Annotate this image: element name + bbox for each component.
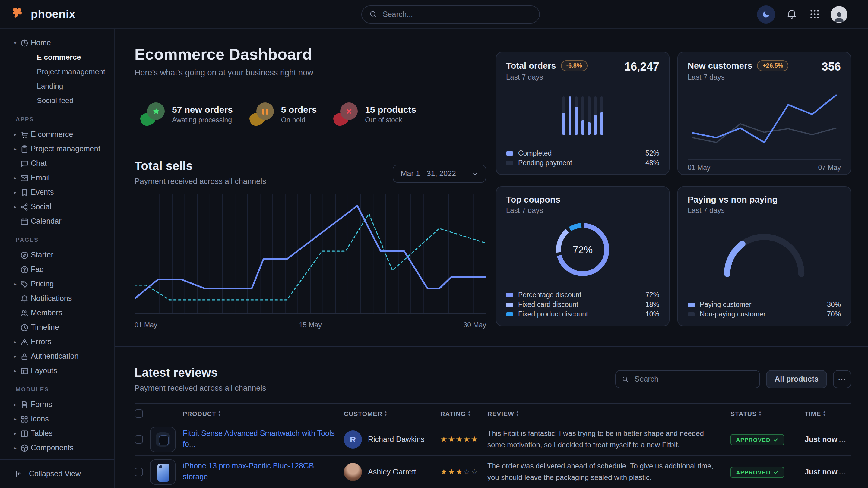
sidebar-item-home[interactable]: ▾Home bbox=[0, 36, 114, 50]
brand-name: phoenix bbox=[31, 7, 76, 21]
stat-icon-pause bbox=[250, 102, 274, 125]
sidebar-item-faq[interactable]: Faq bbox=[0, 262, 114, 277]
sidebar-item-components[interactable]: ▸Components bbox=[0, 441, 114, 455]
orders-bars bbox=[562, 96, 603, 135]
orders-legend: Completed52%Pending payment48% bbox=[506, 150, 659, 166]
sidebar-item-authentication[interactable]: ▸Authentication bbox=[0, 349, 114, 363]
sidebar-item-chat[interactable]: Chat bbox=[0, 156, 114, 171]
column-header-time[interactable]: TIME▴▾ bbox=[805, 410, 839, 417]
date-range-select[interactable]: Mar 1 - 31, 2022 bbox=[393, 165, 486, 183]
person-icon bbox=[832, 9, 846, 23]
sidebar-nav: ▾HomeE commerceProject managementLanding… bbox=[0, 29, 114, 459]
legend-value: 70% bbox=[827, 311, 841, 318]
sidebar-subitem-social-feed[interactable]: Social feed bbox=[0, 93, 114, 108]
global-search[interactable] bbox=[361, 5, 539, 23]
sidebar-item-label: E commerce bbox=[31, 130, 73, 139]
legend-value: 52% bbox=[645, 150, 659, 157]
order-bar bbox=[594, 96, 597, 135]
order-bar bbox=[575, 96, 578, 135]
select-all-checkbox[interactable] bbox=[134, 409, 143, 418]
stat-value: 15 products bbox=[365, 104, 416, 115]
caret-icon: ▸ bbox=[14, 175, 20, 181]
status-badge: APPROVED bbox=[731, 466, 784, 478]
row-checkbox[interactable] bbox=[134, 467, 143, 476]
bar-fill bbox=[569, 96, 571, 135]
total-sells-x-axis: 01 May15 May30 May bbox=[134, 321, 486, 329]
reviews-more-button[interactable]: ... bbox=[833, 370, 851, 388]
sort-icon: ▴▾ bbox=[385, 411, 387, 416]
sidebar-item-forms[interactable]: ▸Forms bbox=[0, 397, 114, 412]
sidebar-item-tables[interactable]: ▸Tables bbox=[0, 426, 114, 441]
apps-menu-button[interactable] bbox=[808, 7, 821, 21]
legend-label: Pending payment bbox=[518, 159, 572, 166]
stat-icon-star bbox=[141, 102, 165, 125]
rating-stars: ★★★☆☆ bbox=[440, 467, 487, 476]
row-more-button[interactable]: ... bbox=[839, 468, 851, 475]
reviews-header-row: PRODUCT▴▾CUSTOMER▴▾RATING▴▾REVIEW▴▾STATU… bbox=[134, 403, 851, 423]
card-value: 356 bbox=[822, 60, 841, 73]
lock-icon bbox=[20, 352, 29, 361]
star-icon: ★ bbox=[456, 435, 463, 444]
column-header-customer[interactable]: CUSTOMER▴▾ bbox=[344, 410, 440, 417]
notifications-button[interactable] bbox=[785, 7, 798, 21]
sidebar-subitem-landing[interactable]: Landing bbox=[0, 79, 114, 93]
sidebar-item-starter[interactable]: Starter bbox=[0, 248, 114, 262]
legend-label: Percentage discount bbox=[518, 291, 582, 298]
brand-logo[interactable]: phoenix bbox=[11, 7, 76, 22]
all-products-button[interactable]: All products bbox=[766, 370, 827, 388]
clipboard-icon bbox=[20, 144, 29, 154]
sidebar-item-errors[interactable]: ▸Errors bbox=[0, 334, 114, 349]
product-link[interactable]: Fitbit Sense Advanced Smartwatch with To… bbox=[183, 429, 344, 450]
legend-item: Pending payment48% bbox=[506, 159, 659, 166]
user-avatar[interactable] bbox=[831, 6, 847, 23]
column-header-product[interactable]: PRODUCT▴▾ bbox=[183, 410, 344, 417]
sidebar-item-icons[interactable]: ▸Icons bbox=[0, 412, 114, 426]
sidebar-item-email[interactable]: ▸Email bbox=[0, 171, 114, 185]
sidebar-item-events[interactable]: ▸Events bbox=[0, 185, 114, 199]
sidebar-item-label: Calendar bbox=[31, 217, 61, 225]
customer-avatar bbox=[344, 463, 362, 481]
check-icon bbox=[774, 437, 779, 442]
sidebar-item-e-commerce[interactable]: ▸E commerce bbox=[0, 127, 114, 142]
collapse-icon bbox=[14, 469, 23, 478]
sidebar-item-calendar[interactable]: Calendar bbox=[0, 214, 114, 228]
column-header-status[interactable]: STATUS▴▾ bbox=[731, 410, 805, 417]
stat-value: 57 new orders bbox=[172, 104, 233, 115]
latest-reviews-section: Latest reviews Payment received across a… bbox=[115, 347, 868, 488]
card-title: Top coupons bbox=[506, 195, 560, 204]
stat-icon-x: × bbox=[334, 102, 358, 125]
card-value: 16,247 bbox=[624, 60, 659, 73]
reviews-search-input[interactable] bbox=[633, 375, 753, 384]
column-header-review[interactable]: REVIEW▴▾ bbox=[487, 410, 731, 417]
sidebar-item-pricing[interactable]: ▸Pricing bbox=[0, 277, 114, 291]
product-link[interactable]: iPhone 13 pro max-Pacific Blue-128GB sto… bbox=[183, 461, 344, 482]
sidebar-item-project-management[interactable]: ▸Project management bbox=[0, 142, 114, 156]
sidebar-item-social[interactable]: ▸Social bbox=[0, 199, 114, 214]
column-header-rating[interactable]: RATING▴▾ bbox=[440, 410, 487, 417]
sort-icon: ▴▾ bbox=[468, 411, 470, 416]
row-checkbox[interactable] bbox=[134, 435, 143, 444]
card-title: New customers bbox=[688, 61, 752, 70]
theme-toggle-button[interactable] bbox=[757, 5, 775, 23]
sidebar-item-timeline[interactable]: Timeline bbox=[0, 320, 114, 334]
sidebar-item-layouts[interactable]: ▸Layouts bbox=[0, 363, 114, 378]
sidebar-item-label: Layouts bbox=[31, 366, 57, 375]
stat-sublabel: Out of stock bbox=[365, 116, 416, 124]
legend-value: 72% bbox=[645, 291, 659, 298]
row-more-button[interactable]: ... bbox=[839, 435, 851, 443]
grid-9-icon bbox=[809, 8, 820, 20]
sidebar-item-notifications[interactable]: Notifications bbox=[0, 291, 114, 306]
customer-avatar: R bbox=[344, 430, 362, 448]
search-input[interactable] bbox=[381, 9, 532, 19]
sidebar-subitem-project-management[interactable]: Project management bbox=[0, 65, 114, 79]
date-range-value: Mar 1 - 31, 2022 bbox=[401, 169, 456, 178]
sidebar-item-label: Errors bbox=[31, 337, 51, 346]
collapse-view-button[interactable]: Collapsed View bbox=[0, 459, 114, 488]
sidebar-subitem-e-commerce[interactable]: E commerce bbox=[0, 50, 114, 65]
check-icon bbox=[774, 469, 779, 475]
stat-circle bbox=[256, 102, 274, 120]
sidebar-item-members[interactable]: Members bbox=[0, 306, 114, 320]
order-bar bbox=[600, 96, 603, 135]
reviews-search[interactable] bbox=[615, 370, 760, 388]
legend-swatch bbox=[506, 151, 513, 155]
